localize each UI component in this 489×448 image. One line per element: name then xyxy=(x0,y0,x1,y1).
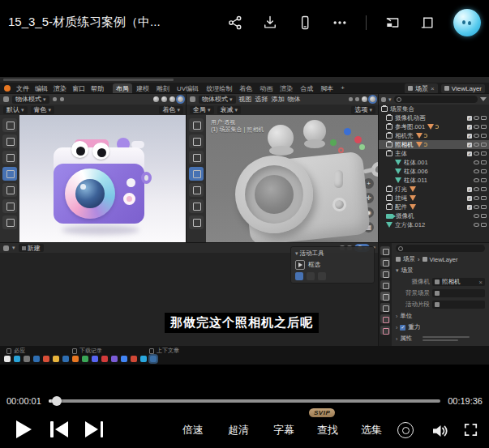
quality-button[interactable]: 超清 xyxy=(228,423,249,437)
properties-tabs xyxy=(379,243,392,346)
taskbar-app-icon xyxy=(140,356,147,362)
mid-header-icons xyxy=(349,96,375,102)
left-toolbar xyxy=(0,115,19,243)
seek-bar[interactable] xyxy=(49,399,440,403)
taskbar-app-icon xyxy=(92,356,98,362)
workspace-tab-uv: UV编辑 xyxy=(174,83,202,94)
taskbar-app-icon xyxy=(43,356,49,362)
taskbar-app-icon xyxy=(150,356,157,362)
download-icon[interactable] xyxy=(261,14,279,32)
outliner-row: 参考图.001✓ xyxy=(379,122,489,131)
mobile-device-icon[interactable] xyxy=(296,14,314,32)
tab-world-icon xyxy=(380,303,390,312)
recorded-taskbar: 必应 下载记录 上下文章 xyxy=(0,346,489,365)
play-button[interactable] xyxy=(16,420,32,438)
mid-menu-view: 视图 xyxy=(239,95,252,104)
units-section-collapsed: ›单位 xyxy=(392,310,489,322)
active-tool-panel: ▾ 活动工具 框选 xyxy=(290,246,375,284)
outliner-panel: ▾ 场景集合 摄像机动画✓ 参考图.001✓ 相机壳✓ 照相机✓ 主体✓ 柱体.… xyxy=(379,94,489,243)
left-shading-buttons xyxy=(153,96,183,102)
outliner-row: 柱体.001 xyxy=(379,158,489,167)
mid-viewport-pane: 物体模式▾ 视图 选择 添加 物体 全局▾ 衰减▾ 选项▾ xyxy=(187,94,379,243)
mid-menu-object: 物体 xyxy=(288,95,301,104)
tool-measure-icon xyxy=(2,215,17,229)
fullscreen-icon[interactable] xyxy=(463,422,478,437)
menu-help: 帮助 xyxy=(91,84,104,93)
player-controls: 倍速 超清 字幕 SVIP 查找 选集 xyxy=(0,409,489,448)
blender-logo-icon xyxy=(4,85,11,92)
box-select-icon xyxy=(295,260,305,270)
left-chip-default: 默认▾ xyxy=(3,106,28,114)
viewlayer-selector: ViewLayer xyxy=(441,84,485,93)
tool-cursor-icon xyxy=(189,134,204,148)
more-icon[interactable] xyxy=(331,14,349,32)
taskbar-app-icon xyxy=(4,356,11,362)
menu-file: 文件 xyxy=(16,84,29,93)
episodes-button[interactable]: 选集 xyxy=(361,423,382,437)
taskbar-app-icon xyxy=(111,356,118,362)
background-scene-field: 背景场景 xyxy=(392,288,489,299)
tool-move-icon xyxy=(2,151,17,164)
taskbar-app-icon xyxy=(82,356,88,362)
left-viewport-subheader: 默认▾ 青色▾ 着色▾ xyxy=(0,105,187,115)
gravity-section-collapsed: ›✓重力 xyxy=(392,322,489,333)
workspace-tab-layout: 布局 xyxy=(113,83,132,94)
workspace-tab-sculpt: 雕刻 xyxy=(153,83,173,94)
clay-viewport-canvas: 用户·透视 (1) 场景集合 | 照相机 + ✛ ◉ ▦ xyxy=(206,115,379,243)
cute-camera-render xyxy=(39,130,169,243)
video-player-app: 15_3_5-材质练习案例（中... xyxy=(0,0,489,448)
avatar[interactable] xyxy=(453,9,481,36)
active-clip-field: 活动片段 xyxy=(392,299,489,310)
tool-transform-icon xyxy=(189,167,204,181)
find-button[interactable]: 查找 xyxy=(317,423,338,437)
tool-move-icon xyxy=(189,151,204,164)
next-episode-button[interactable] xyxy=(82,421,103,437)
left-chip-shading: 着色▾ xyxy=(159,106,183,114)
video-subtitle: 那做完这个照相机之后呢 xyxy=(165,313,319,333)
tool-scale-icon xyxy=(189,183,204,197)
properties-search-input xyxy=(396,245,485,252)
tool-panel-tool-label: 框选 xyxy=(308,261,320,269)
topbar-divider xyxy=(366,15,367,30)
record-icon[interactable] xyxy=(397,422,414,438)
tab-scene-icon xyxy=(380,292,390,301)
mid-chip-global: 全局▾ xyxy=(190,106,214,114)
clay-camera-model xyxy=(229,123,379,243)
taskbar-app-icon xyxy=(121,356,127,362)
subtitle-button[interactable]: 字幕 xyxy=(273,423,294,437)
playback-speed-button[interactable]: 倍速 xyxy=(182,423,204,437)
tool-annotate-icon xyxy=(189,199,204,213)
workspace-tab-render: 渲染 xyxy=(277,83,296,94)
left-viewport-header: 物体模式▾ xyxy=(0,94,187,105)
time-current: 00:00:01 xyxy=(6,396,41,406)
scene-section-header: ▾场景 xyxy=(392,265,489,276)
outliner-row-selected: 照相机✓ xyxy=(379,140,489,149)
video-title: 15_3_5-材质练习案例（中... xyxy=(8,15,161,30)
top-bar: 15_3_5-材质练习案例（中... xyxy=(0,0,489,45)
pip-icon[interactable] xyxy=(384,14,401,32)
camera-field: 摄像机 照相机× xyxy=(392,276,489,288)
outliner-row: 相机壳✓ xyxy=(379,131,489,140)
outliner-row: 柱体.006 xyxy=(379,167,489,176)
workspace-tabs: 布局 建模 雕刻 UV编辑 纹理绘制 着色 动画 渲染 合成 脚本 + xyxy=(113,83,348,94)
left-mode-dropdown: 物体模式▾ xyxy=(12,96,49,104)
previous-episode-button[interactable] xyxy=(50,421,71,437)
mini-window-icon[interactable] xyxy=(418,14,436,32)
tab-output-icon xyxy=(380,269,390,278)
left-chip-cyan: 青色▾ xyxy=(31,106,55,114)
blender-window-titlebar xyxy=(0,77,489,83)
video-frame[interactable]: 文件 编辑 渲染 窗口 帮助 布局 建模 雕刻 UV编辑 纹理绘制 着色 动画 … xyxy=(0,77,489,365)
taskbar-app-icon xyxy=(131,356,137,362)
outliner-search-input xyxy=(394,96,478,103)
new-material-button: 新建 xyxy=(19,244,44,252)
bookmark-item: 下载记录 xyxy=(72,347,102,355)
seek-knob[interactable] xyxy=(52,396,62,406)
share-icon[interactable] xyxy=(226,14,244,32)
volume-icon[interactable] xyxy=(430,421,449,444)
taskbar-app-icon xyxy=(53,356,59,362)
time-total: 00:19:36 xyxy=(448,396,483,406)
reference-image-canvas xyxy=(19,115,187,243)
mid-menu-select: 选择 xyxy=(255,95,268,104)
scene-selector: 场景× xyxy=(405,83,438,94)
tab-render-icon xyxy=(380,258,390,267)
